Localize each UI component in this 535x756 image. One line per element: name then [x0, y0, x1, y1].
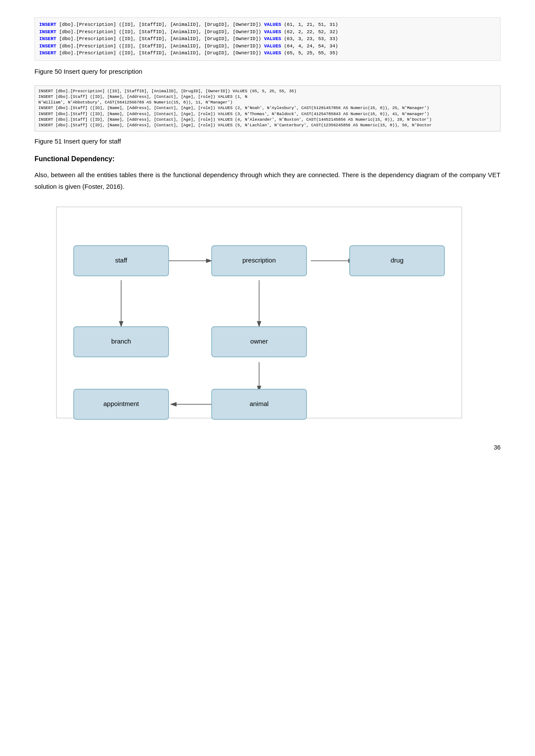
node-branch-label: branch — [111, 337, 131, 345]
node-owner-label: owner — [250, 337, 268, 345]
body-paragraph: Also, between all the entities tables th… — [34, 169, 501, 192]
staff-insert-code: INSERT [dbo].[Prescription] ([ID], [Staf… — [34, 85, 501, 131]
page-number: 36 — [34, 444, 501, 451]
prescription-insert-code: INSERT [dbo].[Prescription] ([ID], [Staf… — [34, 17, 501, 61]
node-appointment-label: appointment — [103, 400, 139, 407]
node-staff-label: staff — [115, 256, 127, 264]
diagram-svg: staff prescription branch owner drug app… — [52, 203, 483, 427]
node-drug-label: drug — [390, 256, 403, 264]
node-animal-label: animal — [249, 400, 268, 407]
figure-50-caption: Figure 50 Insert query for prescription — [34, 68, 501, 75]
figure-51-caption: Figure 51 Insert query for staff — [34, 137, 501, 145]
node-prescription-label: prescription — [242, 256, 276, 264]
dependency-diagram: staff prescription branch owner drug app… — [34, 203, 501, 427]
functional-dependency-heading: Functional Dependency: — [34, 155, 501, 163]
